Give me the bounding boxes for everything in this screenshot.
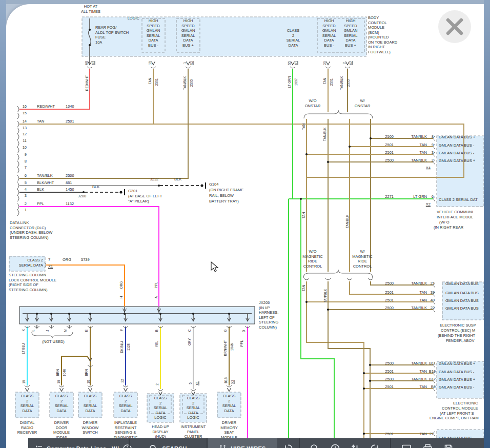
diagram-label: (ON RIGHT FRAME xyxy=(209,188,243,193)
diagram-label: HIGH SPEED GMLAN SERIAL DATA BUS - xyxy=(322,18,336,48)
diagram-label: M xyxy=(64,329,67,332)
diagram-label: 2500 xyxy=(385,134,394,139)
diagram-label: TAN xyxy=(37,119,44,124)
diagram-label: GMLAN DATA BUS + xyxy=(439,158,475,164)
diagram-label: 6 xyxy=(25,173,27,178)
diagram-label: TAN xyxy=(323,78,326,85)
diagram-label: BRN xyxy=(85,369,88,376)
diagram-label: INFLATABLE RESTRAINT SENSING & DIAGNOSTI… xyxy=(114,420,138,440)
history-icon[interactable] xyxy=(331,444,340,448)
diagram-label: 9 xyxy=(432,142,434,148)
diagram-label: YEL xyxy=(155,341,158,347)
diagram-canvas[interactable]: HOT AT ALL TIMESLOGICHIGH SPEED GMLAN SE… xyxy=(6,4,484,448)
diagram-label: GMLAN DATA BUS xyxy=(445,306,479,311)
diagram-label: TAN xyxy=(420,290,427,295)
monitor-icon[interactable] xyxy=(401,444,412,448)
diagram-label: 2 xyxy=(342,62,346,64)
diagram-label: CLASS 2 SERIAL DATA xyxy=(287,28,300,48)
diagram-label: X2 xyxy=(426,202,431,207)
diagram-label: ELECTRONIC SUSP xyxy=(440,323,476,328)
diagram-label: TAN/BLK xyxy=(323,289,327,303)
diagram-label: CLASS 2 SERIAL DATA xyxy=(84,394,97,413)
diagram-label: 2500 xyxy=(385,158,394,163)
diagram-label: TAN/BLK xyxy=(323,128,326,141)
diagram-label: 6 xyxy=(432,194,434,199)
diagram-label: 7 xyxy=(25,165,27,170)
diagram-label: 2501 xyxy=(385,432,394,437)
data-lines-section[interactable]: Computer Data Lines - W/ xyxy=(28,438,129,448)
diagram-label: 1128 xyxy=(127,343,130,351)
redo-icon[interactable] xyxy=(371,444,380,448)
diagram-label: PPL xyxy=(37,201,44,207)
diagram-label: 2501 xyxy=(385,369,394,374)
output-tools-group xyxy=(391,444,463,448)
diagram-label: CLASS 2 SERIAL DATA xyxy=(21,394,34,413)
diagram-label: PPL xyxy=(240,340,243,347)
diagram-label: 1046 xyxy=(230,343,234,351)
diagram-label: X3 xyxy=(91,61,95,65)
diagram-label: DK BLU xyxy=(120,341,124,353)
diagram-label: G201 xyxy=(128,189,137,194)
diagram-label: 2500 xyxy=(385,361,394,366)
diagram-label: (W/ O xyxy=(439,220,450,225)
diagram-label: 8 xyxy=(432,134,434,139)
diagram-label: CLASS 2 SERIAL DATA xyxy=(187,396,200,415)
diagram-label: RAIL, BELOW xyxy=(209,193,234,198)
diagram-label: JX205 (IN I/P HARNESS, LEFT OF STEERING … xyxy=(259,300,278,330)
print-icon[interactable] xyxy=(423,444,433,448)
diagram-label: 2271 xyxy=(385,194,394,199)
diagram-label: B15 xyxy=(224,377,228,383)
wire-lines-icon xyxy=(35,445,43,448)
diagram-label: (NOT USED) xyxy=(42,339,65,344)
diagram-label: 1007 xyxy=(294,78,298,86)
diagram-label: 3 xyxy=(25,193,27,198)
diagram-label: D xyxy=(242,330,246,333)
diagram-labels: HOT AT ALL TIMESLOGICHIGH SPEED GMLAN SE… xyxy=(6,4,484,448)
diagram-label: X1 xyxy=(294,61,298,65)
diagram-label: CLASS 2 SERIAL DATA xyxy=(222,394,236,413)
diagram-label: FENDER, ABOV xyxy=(446,338,474,343)
close-button[interactable] xyxy=(438,10,471,43)
diagram-label: 1450 xyxy=(66,187,74,192)
diagram-label: CLASS 2 SERIAL DATA xyxy=(154,396,168,415)
diagram-label: LOGIC xyxy=(154,415,166,420)
close-icon xyxy=(438,10,471,43)
diagram-label: 2500 xyxy=(66,173,74,178)
diagram-label: TAN xyxy=(420,369,427,374)
diagram-label: 14 xyxy=(23,119,27,124)
diagram-label: W/ MAGNETIC RIDE CONTROL xyxy=(352,249,373,269)
diagram-label: 19 xyxy=(148,61,152,65)
compare-icon[interactable] xyxy=(351,444,359,448)
diagram-label: BODY CONTROL MODULE (BCM) (MOUNTED ON TO… xyxy=(368,15,397,54)
diagram-label: B xyxy=(155,330,158,332)
diagram-label: 2501 xyxy=(385,142,394,148)
diagram-label: BLK xyxy=(174,177,181,182)
save-icon[interactable] xyxy=(444,444,453,448)
hide-wires-icon xyxy=(219,444,227,448)
diagram-label: 2501 xyxy=(66,119,74,124)
diagram-label: 1046 xyxy=(63,369,66,376)
diagram-label: 21 xyxy=(431,281,435,286)
diagram-label: 2501 xyxy=(155,78,158,86)
diagram-label: X4 xyxy=(426,166,431,171)
diagram-label: INTERFACE MODUL xyxy=(437,215,473,220)
search-label: SEARCH xyxy=(162,445,187,448)
zoom-icon[interactable] xyxy=(310,444,319,448)
diagram-label: 2501 xyxy=(330,78,333,86)
hide-wires-label: HIDE WIRES xyxy=(231,445,266,448)
diagram-label: TAN/BLK xyxy=(411,158,427,163)
diagram-label: 9 xyxy=(25,152,27,157)
diagram-label: CLASS 2 SERIAL DAT xyxy=(439,197,478,202)
diagram-label: DIGITAL RADIO RECEIVER xyxy=(17,420,37,435)
undo-icon[interactable] xyxy=(283,444,293,448)
search-icon xyxy=(149,444,158,448)
search-button[interactable]: SEARCH xyxy=(130,438,207,448)
diagram-label: 11 xyxy=(23,138,27,144)
diagram-label: GMLAN DATA BUS xyxy=(445,291,479,296)
hide-wires-button[interactable]: HIDE WIRES xyxy=(208,438,277,448)
diagram-label: HIGH SPEED GMLAN SERIAL DATA BUS - xyxy=(147,18,160,48)
diagram-label: HIGH SPEED GMLAN SERIAL DATA BUS + xyxy=(344,18,358,48)
screenshot-root: { "window": {"close_label": "close"}, "t… xyxy=(0,0,490,448)
diagram-label: G xyxy=(223,329,227,332)
diagram-label: GMLAN DATA BUS - xyxy=(439,385,474,390)
